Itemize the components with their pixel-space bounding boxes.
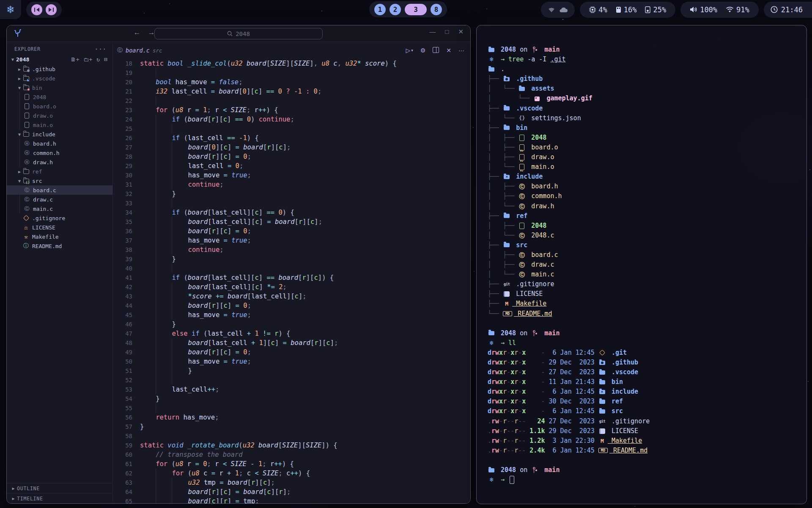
sidebar-item-src[interactable]: ▼src — [7, 176, 112, 185]
sidebar-item-Makefile[interactable]: ⚒Makefile — [7, 232, 112, 241]
terminal-text: │ └── — [488, 231, 518, 240]
command-search-box[interactable]: 2048 — [154, 28, 323, 39]
close-editor-icon[interactable]: ✕ — [446, 47, 451, 54]
sidebar-item-root[interactable]: ▼ 2048 🗎+ 🗀+ ↻ ⊟ — [7, 55, 112, 64]
settings-gear-icon[interactable]: ⚙ — [420, 47, 426, 54]
run-debug-button[interactable]: ▷▾ — [406, 47, 413, 54]
terminal-line: ├── .vscode — [488, 104, 807, 113]
clock-widget[interactable]: 21:46 — [764, 2, 812, 18]
terminal-text: │ └── — [488, 94, 533, 103]
tab-board.c[interactable]: Ⓒ board.c src — [113, 42, 168, 59]
json-icon: {} — [518, 115, 526, 121]
nav-back-button[interactable]: ← — [132, 28, 142, 37]
terminal-text: bin — [608, 377, 623, 387]
terminal-text: - — [518, 417, 522, 426]
nixos-menu-button[interactable]: ❄ — [0, 0, 21, 19]
terminal-line: │ └── Ⓒ draw.h — [488, 202, 807, 211]
sidebar-item-main.c[interactable]: Ⓒmain.c — [7, 204, 112, 213]
terminal-line: ├── M Makefile — [488, 299, 807, 309]
media-prev-button[interactable] — [31, 4, 42, 15]
sidebar-item-board.c[interactable]: Ⓒboard.c — [7, 185, 112, 195]
outline-section[interactable]: ▶OUTLINE — [7, 483, 112, 493]
terminal-text: d — [488, 348, 491, 358]
terminal-line: ❄ → ll — [488, 338, 807, 348]
terminal-text: x — [510, 348, 514, 358]
sidebar-item-README.md[interactable]: ⓘREADME.md — [7, 241, 112, 251]
close-button[interactable]: ✕ — [458, 28, 464, 36]
terminal-text: ├── — [488, 289, 503, 299]
code-line-26: 26if (last_cell == -1) { — [113, 133, 470, 143]
sidebar-item-draw.c[interactable]: Ⓒdraw.c — [7, 195, 112, 204]
gittxt-icon: git — [503, 281, 510, 288]
sidebar-item-.gitignore[interactable]: .gitignore — [7, 213, 112, 223]
sidebar-item-draw.o[interactable]: draw.o — [7, 111, 112, 120]
terminal-text: │ ├── — [488, 221, 518, 231]
terminal-text: .github — [608, 358, 638, 367]
system-stats[interactable]: 4% 16% 25% — [580, 2, 675, 18]
workspace-2[interactable]: 2 — [390, 4, 401, 15]
sidebar-item-LICENSE[interactable]: ⚖LICENSE — [7, 223, 112, 232]
dir-icon — [503, 242, 510, 248]
terminal-text: r — [503, 436, 507, 446]
refresh-icon[interactable]: ↻ — [96, 56, 100, 63]
terminal-text: r — [514, 436, 518, 446]
terminal-content[interactable]: 2048 on main❄ → tree -a -I .git .├── .gi… — [477, 25, 807, 504]
code-line-24: 24if (board[r][c] == 0) continue; — [113, 115, 470, 124]
terminal-text: r — [503, 446, 507, 456]
terminal-text: x — [522, 397, 526, 406]
sidebar-item-main.o[interactable]: main.o — [7, 120, 112, 130]
media-next-button[interactable] — [46, 4, 57, 15]
workspace-1[interactable]: 1 — [374, 4, 386, 15]
explorer-more-icon[interactable]: ··· — [95, 46, 107, 52]
timeline-section[interactable]: ▶TIMELINE — [7, 493, 112, 503]
sidebar-item-bin[interactable]: ▼bin — [7, 83, 112, 92]
clock-time: 21:46 — [781, 6, 803, 14]
sidebar-item-ref[interactable]: ▶ref — [7, 167, 112, 176]
code-line-32: 32} — [113, 189, 470, 199]
code-view[interactable]: 18static bool _slide_col(u32 board[SIZE]… — [113, 59, 470, 503]
terminal-text: ├── — [488, 74, 503, 84]
dir-icon — [503, 105, 510, 112]
terminal-text: draw.h — [527, 202, 554, 211]
terminal-line: │ └── Ⓒ 2048.c — [488, 231, 807, 240]
img-icon — [533, 95, 541, 102]
wifi-icon — [726, 7, 734, 13]
sidebar-item-draw.h[interactable]: Ⓗdraw.h — [7, 157, 112, 167]
line-number: 52 — [113, 375, 132, 385]
line-number: 36 — [113, 226, 132, 236]
weather-widget[interactable] — [541, 2, 575, 18]
nixos-snowflake-icon: ❄ — [6, 5, 15, 15]
dir-icon — [598, 408, 606, 415]
collapse-all-icon[interactable]: ⊟ — [104, 56, 107, 63]
code-line-49: 49board[r][c] = 0; — [113, 348, 470, 357]
hexc-icon: Ⓒ — [518, 252, 526, 259]
workspace-3-active[interactable]: 3 — [405, 4, 427, 15]
split-editor-icon[interactable] — [433, 47, 439, 54]
code-line-60: 60// transpose the board — [113, 450, 470, 459]
audio-network[interactable]: 100% 91% — [680, 2, 759, 18]
line-number: 49 — [113, 348, 132, 357]
terminal-line: └── MD README.md — [488, 309, 807, 319]
terminal-text: r — [503, 367, 507, 377]
sidebar-item-.github[interactable]: ▶.github — [7, 64, 112, 74]
line-number: 26 — [113, 133, 132, 143]
more-actions-icon[interactable]: ··· — [458, 47, 464, 54]
terminal-text: . — [497, 64, 505, 74]
minimize-button[interactable]: — — [429, 28, 436, 36]
workspace-8[interactable]: 8 — [431, 4, 442, 15]
terminal-text: d — [488, 406, 491, 416]
folder-icon — [23, 75, 29, 81]
terminal-text: 11 Jan 21:43 — [549, 377, 598, 387]
sidebar-item-board.h[interactable]: Ⓗboard.h — [7, 139, 112, 148]
terminal-text: r — [491, 446, 495, 456]
terminal-line: │ ├── Ⓒ board.c — [488, 250, 807, 260]
new-file-icon[interactable]: 🗎+ — [71, 56, 80, 63]
terminal-text: LICENSE — [608, 426, 638, 436]
new-folder-icon[interactable]: 🗀+ — [84, 56, 93, 63]
sidebar-item-2048[interactable]: 2048 — [7, 92, 112, 102]
sidebar-item-board.o[interactable]: board.o — [7, 102, 112, 111]
sidebar-item-include[interactable]: ▼include — [7, 130, 112, 139]
maximize-button[interactable]: □ — [445, 28, 449, 36]
sidebar-item-common.h[interactable]: Ⓗcommon.h — [7, 148, 112, 157]
sidebar-item-.vscode[interactable]: ▶.vscode — [7, 74, 112, 83]
